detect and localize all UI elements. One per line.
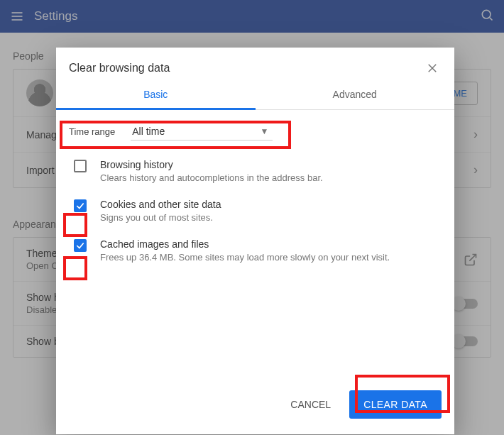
option-sub: Frees up 36.4 MB. Some sites may load mo… [100,252,390,263]
checkbox-cookies[interactable] [74,199,87,212]
close-icon[interactable] [426,62,439,75]
option-sub: Clears history and autocompletions in th… [100,172,323,183]
option-title: Browsing history [100,159,323,170]
time-range-label: Time range [69,126,115,137]
checkbox-browsing-history[interactable] [74,160,87,172]
option-browsing-history: Browsing history Clears history and auto… [66,146,444,186]
time-range-select[interactable]: All time ▼ [131,123,273,141]
dialog-title: Clear browsing data [69,62,170,75]
checkbox-cached[interactable] [74,239,87,252]
option-cached: Cached images and files Frees up 36.4 MB… [66,226,444,265]
tab-basic[interactable]: Basic [56,79,256,109]
cancel-button[interactable]: CANCEL [279,390,342,419]
option-title: Cached images and files [100,238,390,250]
clear-browsing-data-dialog: Clear browsing data Basic Advanced Time … [56,48,454,434]
option-cookies: Cookies and other site data Signs you ou… [66,186,444,226]
tab-advanced[interactable]: Advanced [256,79,455,109]
time-range-value: All time [132,126,165,137]
clear-data-button[interactable]: CLEAR DATA [349,390,442,419]
option-title: Cookies and other site data [100,199,221,210]
time-range-row: Time range All time ▼ [66,117,444,146]
caret-down-icon: ▼ [260,126,268,136]
option-sub: Signs you out of most sites. [100,212,221,223]
dialog-tabs: Basic Advanced [56,79,454,110]
